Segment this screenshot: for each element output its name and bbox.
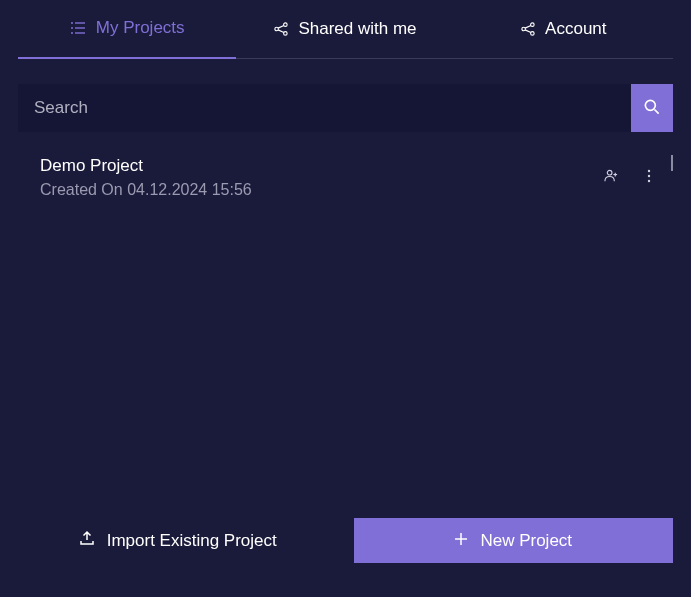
button-label: New Project — [480, 531, 572, 551]
tab-account[interactable]: Account — [455, 0, 673, 59]
tab-my-projects[interactable]: My Projects — [18, 0, 236, 59]
share-icon — [521, 22, 535, 36]
svg-line-14 — [525, 25, 531, 28]
svg-point-0 — [71, 22, 73, 24]
svg-point-8 — [284, 31, 288, 35]
svg-line-17 — [655, 109, 659, 113]
svg-line-9 — [279, 25, 285, 28]
svg-rect-4 — [75, 27, 85, 28]
svg-line-10 — [279, 29, 285, 32]
share-icon — [274, 22, 288, 36]
project-info: Demo Project Created On 04.12.2024 15:56 — [40, 156, 604, 199]
plus-icon — [454, 531, 468, 551]
svg-point-6 — [284, 22, 288, 26]
new-project-button[interactable]: New Project — [354, 518, 674, 563]
list-icon — [70, 20, 86, 36]
search-button[interactable] — [631, 84, 673, 132]
svg-point-22 — [648, 174, 650, 176]
svg-point-11 — [531, 22, 535, 26]
user-share-icon — [604, 168, 619, 187]
search-input[interactable] — [18, 84, 631, 132]
project-actions — [604, 168, 651, 187]
svg-point-21 — [648, 169, 650, 171]
svg-point-18 — [607, 170, 612, 175]
share-project-button[interactable] — [604, 168, 619, 187]
svg-rect-5 — [75, 32, 85, 33]
projects-list: Demo Project Created On 04.12.2024 15:56 — [18, 150, 673, 490]
import-project-button[interactable]: Import Existing Project — [18, 518, 338, 563]
svg-point-16 — [645, 100, 655, 110]
project-item[interactable]: Demo Project Created On 04.12.2024 15:56 — [18, 150, 673, 209]
button-label: Import Existing Project — [107, 531, 277, 551]
project-created-date: Created On 04.12.2024 15:56 — [40, 181, 604, 199]
svg-rect-3 — [75, 22, 85, 23]
scrollbar-thumb[interactable] — [671, 155, 673, 171]
tabs-bar: My Projects Shared with me Account — [0, 0, 691, 59]
tab-label: Shared with me — [298, 19, 416, 39]
svg-point-1 — [71, 27, 73, 29]
bottom-buttons: Import Existing Project New Project — [18, 518, 673, 563]
svg-point-13 — [531, 31, 535, 35]
svg-point-23 — [648, 179, 650, 181]
search-row — [18, 84, 673, 132]
more-options-button[interactable] — [647, 169, 651, 187]
more-vertical-icon — [647, 169, 651, 187]
svg-point-2 — [71, 32, 73, 34]
svg-point-12 — [522, 27, 526, 31]
tab-label: My Projects — [96, 18, 185, 38]
upload-icon — [79, 530, 95, 551]
search-icon — [642, 97, 662, 120]
svg-line-15 — [525, 29, 531, 32]
project-title: Demo Project — [40, 156, 604, 176]
svg-point-7 — [275, 27, 279, 31]
tab-label: Account — [545, 19, 606, 39]
tab-shared-with-me[interactable]: Shared with me — [236, 0, 454, 59]
